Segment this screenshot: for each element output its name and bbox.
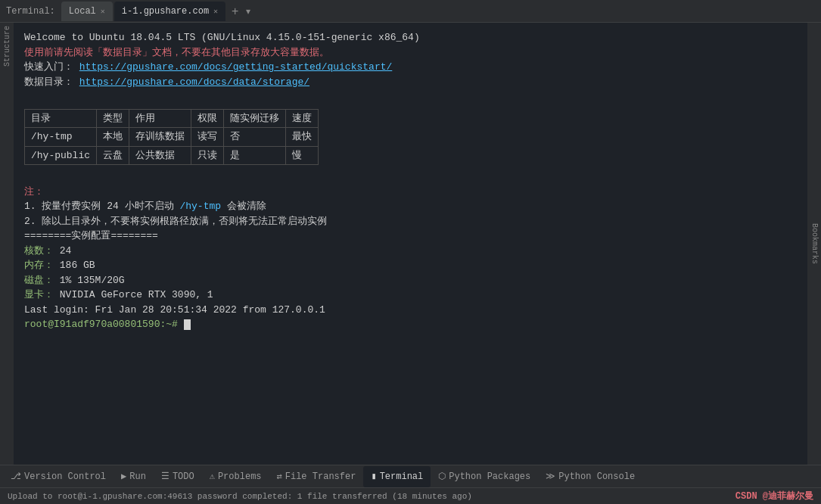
title-bar: Terminal: Local ✕ i-1.gpushare.com ✕ + ▾ <box>0 0 821 23</box>
left-panel: Structure <box>0 23 14 465</box>
terminal-icon: ▮ <box>371 471 376 482</box>
table-header-migrate: 随实例迁移 <box>224 109 286 128</box>
tab-local-label: Local <box>69 6 96 17</box>
toolbar-todo-label: TODO <box>173 471 194 482</box>
status-bar: Upload to root@i-1.gpushare.com:49613 pa… <box>0 487 821 504</box>
last-login-line: Last login: Fri Jan 28 20:51:34 2022 fro… <box>24 303 797 318</box>
table-header-type: 类型 <box>97 109 129 128</box>
python-console-icon: ≫ <box>546 471 555 482</box>
tab-add-button[interactable]: + <box>227 5 243 18</box>
disk-line: 磁盘： 1% 135M/20G <box>24 273 797 288</box>
file-transfer-icon: ⇄ <box>277 471 282 482</box>
table-row: /hy-public 云盘 公共数据 只读 是 慢 <box>25 146 319 165</box>
toolbar-version-control-label: Version Control <box>24 471 106 482</box>
terminal-area[interactable]: Welcome to Ubuntu 18.04.5 LTS (GNU/Linux… <box>14 23 807 465</box>
bottom-toolbar: ⎇ Version Control ▶ Run ☰ TODO ⚠ Problem… <box>0 465 821 487</box>
prompt-line: root@I91adf970a00801590:~# <box>24 317 797 332</box>
divider-line: ========实例配置======== <box>24 229 797 244</box>
warning-line: 使用前请先阅读「数据目录」文档，不要在其他目录存放大容量数据。 <box>24 45 797 61</box>
table-header-speed: 速度 <box>286 109 319 128</box>
prompt-text: root@I91adf970a00801590:~# <box>24 319 184 330</box>
datadir-link[interactable]: https://gpushare.com/docs/data/storage/ <box>79 76 309 88</box>
tab-local[interactable]: Local ✕ <box>61 2 113 21</box>
quickstart-line: 快速入门： https://gpushare.com/docs/getting-… <box>24 60 797 75</box>
gpu-line: 显卡： NVIDIA GeForce RTX 3090, 1 <box>24 288 797 303</box>
cpu-line: 核数： 24 <box>24 244 797 259</box>
table-row: /hy-tmp 本地 存训练数据 读写 否 最快 <box>25 128 319 147</box>
toolbar-todo[interactable]: ☰ TODO <box>154 466 202 487</box>
tab-remote-label: i-1.gpushare.com <box>122 6 209 17</box>
toolbar-python-packages-label: Python Packages <box>449 471 530 482</box>
table-header-perm: 权限 <box>191 109 224 128</box>
tab-local-close[interactable]: ✕ <box>101 7 105 16</box>
problems-icon: ⚠ <box>210 471 215 482</box>
terminal-label: Terminal: <box>6 6 55 17</box>
toolbar-run-label: Run <box>129 471 146 482</box>
run-icon: ▶ <box>121 471 126 482</box>
table-header-purpose: 作用 <box>129 109 191 128</box>
toolbar-run[interactable]: ▶ Run <box>114 466 154 487</box>
quickstart-link[interactable]: https://gpushare.com/docs/getting-starte… <box>79 61 392 73</box>
table-header-dir: 目录 <box>25 109 97 128</box>
toolbar-terminal[interactable]: ▮ Terminal <box>363 466 431 487</box>
csdn-brand: CSDN @迪菲赫尔曼 <box>735 490 813 502</box>
note2-line: 2. 除以上目录外，不要将实例根路径放满，否则将无法正常启动实例 <box>24 214 797 229</box>
note1-line: 1. 按量付费实例 24 小时不启动 /hy-tmp 会被清除 <box>24 199 797 214</box>
cursor <box>184 319 191 330</box>
toolbar-file-transfer[interactable]: ⇄ File Transfer <box>269 466 364 487</box>
python-packages-icon: ⬡ <box>438 471 446 482</box>
toolbar-file-transfer-label: File Transfer <box>285 471 356 482</box>
tab-remote-close[interactable]: ✕ <box>213 7 218 16</box>
toolbar-python-console-label: Python Console <box>558 471 635 482</box>
tab-dropdown-button[interactable]: ▾ <box>243 6 253 17</box>
bookmarks-panel[interactable]: Bookmarks <box>807 23 821 465</box>
note-label: 注： <box>24 185 797 200</box>
datadir-line: 数据目录： https://gpushare.com/docs/data/sto… <box>24 75 797 90</box>
upload-status: Upload to root@i-1.gpushare.com:49613 pa… <box>8 492 735 501</box>
toolbar-python-console[interactable]: ≫ Python Console <box>538 466 642 487</box>
todo-icon: ☰ <box>161 471 169 482</box>
structure-panel-label[interactable]: Structure <box>3 26 11 67</box>
toolbar-problems[interactable]: ⚠ Problems <box>202 466 269 487</box>
welcome-line: Welcome to Ubuntu 18.04.5 LTS (GNU/Linux… <box>24 30 797 45</box>
directory-table: 目录 类型 作用 权限 随实例迁移 速度 /hy-tmp 本地 存训练数据 读写… <box>24 109 319 166</box>
tab-remote[interactable]: i-1.gpushare.com ✕ <box>114 2 225 21</box>
toolbar-python-packages[interactable]: ⬡ Python Packages <box>431 466 538 487</box>
toolbar-terminal-label: Terminal <box>380 471 424 482</box>
toolbar-version-control[interactable]: ⎇ Version Control <box>3 466 114 487</box>
toolbar-problems-label: Problems <box>218 471 262 482</box>
ram-line: 内存： 186 GB <box>24 258 797 273</box>
main-content: Structure Welcome to Ubuntu 18.04.5 LTS … <box>0 23 821 465</box>
version-control-icon: ⎇ <box>11 471 21 482</box>
